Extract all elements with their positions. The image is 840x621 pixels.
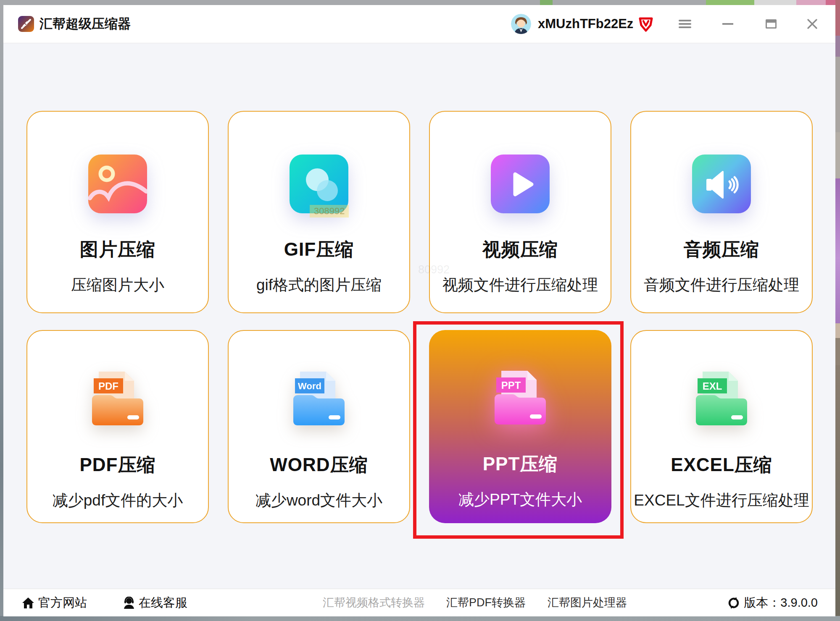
version-info[interactable]: 版本：3.9.0.0 [727,589,818,616]
card-subtitle: 减少PPT文件大小 [458,489,582,510]
card-title: EXCEL压缩 [671,453,772,477]
maximize-button[interactable] [759,5,783,43]
card-ppt-compress[interactable]: PPT PPT压缩 减少PPT文件大小 [429,330,611,523]
username[interactable]: xMUzhTFb22Ez [538,5,633,43]
card-word-compress[interactable]: Word WORD压缩 减少word文件大小 [228,330,410,523]
watermark: 308992 [310,205,349,217]
excel-badge-text: EXL [703,380,722,392]
word-compress-icon: Word [287,368,350,431]
online-service-link[interactable]: 在线客服 [123,589,187,616]
desktop-bottom-strip [0,616,840,621]
desktop: 汇帮超级压缩器 xMUzhTFb22Ez [0,0,840,621]
video-compress-icon [489,152,552,215]
card-excel-compress[interactable]: EXL EXCEL压缩 EXCEL文件进行压缩处理 [630,330,813,523]
desktop-left-strip [0,0,3,621]
card-pdf-compress[interactable]: PDF PDF压缩 减少pdf文件的大小 [26,330,209,523]
footer-link-pdf-converter[interactable]: 汇帮PDF转换器 [446,589,526,616]
minimize-button[interactable] [716,5,740,43]
footer: 官方网站 在线客服 汇帮视频格式转换器 汇帮PDF转换器 汇帮图片处理器 [3,589,835,616]
card-video-compress[interactable]: 视频压缩 视频文件进行压缩处理 [429,111,611,313]
close-icon [806,18,818,30]
pdf-compress-icon: PDF [86,368,149,431]
pdf-badge-text: PDF [98,380,118,392]
vip-badge-icon[interactable] [637,16,654,33]
card-subtitle: EXCEL文件进行压缩处理 [634,490,809,511]
main-content: 图片压缩 压缩图片大小 GIF压缩 gif格式的图片压缩 [3,43,835,589]
ppt-compress-icon: PPT [489,367,552,430]
ppt-badge-text: PPT [501,380,521,391]
card-audio-compress[interactable]: 音频压缩 音频文件进行压缩处理 [630,111,813,313]
menu-button[interactable] [673,5,697,43]
card-subtitle: 压缩图片大小 [71,275,164,296]
card-subtitle: 减少word文件大小 [255,490,382,511]
desktop-top-strip [0,0,840,5]
desktop-icon-label-fragment [835,57,840,132]
card-subtitle: 音频文件进行压缩处理 [644,275,799,296]
desktop-right-strip [835,0,840,621]
close-button[interactable] [801,5,824,43]
titlebar: 汇帮超级压缩器 xMUzhTFb22Ez [3,5,835,43]
card-title: PDF压缩 [80,453,156,477]
card-title: GIF压缩 [284,237,354,262]
window-title: 汇帮超级压缩器 [39,5,131,43]
app-window: 汇帮超级压缩器 xMUzhTFb22Ez [3,5,835,616]
footer-link-video-converter[interactable]: 汇帮视频格式转换器 [323,589,425,616]
watermark: 80992 [418,263,450,276]
card-title: 视频压缩 [482,237,558,262]
official-site-link[interactable]: 官方网站 [21,589,87,616]
card-subtitle: 视频文件进行压缩处理 [442,275,598,296]
card-image-compress[interactable]: 图片压缩 压缩图片大小 [26,111,209,313]
card-title: PPT压缩 [483,452,558,477]
word-badge-text: Word [298,381,321,391]
customer-service-icon [123,597,135,609]
footer-link-image-processor[interactable]: 汇帮图片处理器 [548,589,627,616]
user-avatar[interactable] [511,14,531,34]
image-compress-icon [86,152,149,215]
card-title: WORD压缩 [270,453,368,477]
card-title: 音频压缩 [684,237,759,262]
card-subtitle: gif格式的图片压缩 [256,275,382,296]
refresh-icon [727,596,740,610]
home-icon [21,597,35,609]
audio-compress-icon [690,152,753,215]
card-subtitle: 减少pdf文件的大小 [53,490,183,511]
excel-compress-icon: EXL [690,368,753,431]
app-logo-icon [18,16,34,32]
card-title: 图片压缩 [80,237,155,262]
version-label: 版本：3.9.0.0 [744,595,818,611]
